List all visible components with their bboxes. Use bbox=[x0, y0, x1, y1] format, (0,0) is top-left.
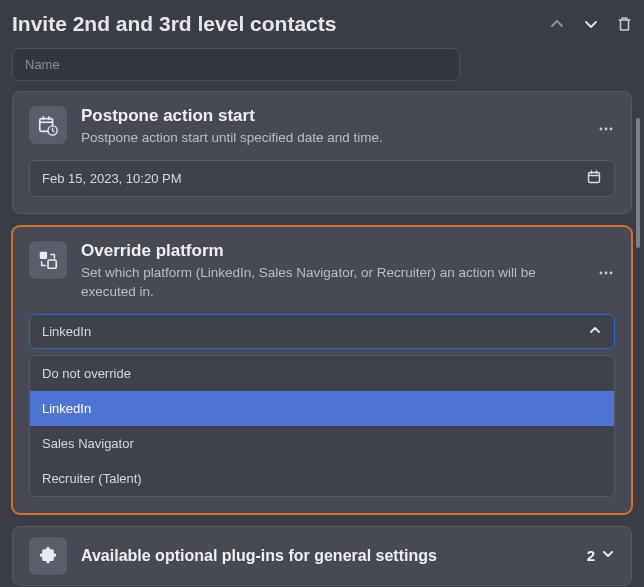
scrollbar[interactable] bbox=[636, 118, 640, 248]
name-input[interactable] bbox=[12, 48, 460, 81]
option-do-not-override[interactable]: Do not override bbox=[30, 356, 614, 391]
chevron-down-icon bbox=[601, 547, 615, 564]
svg-rect-8 bbox=[589, 172, 600, 182]
plugins-title: Available optional plug-ins for general … bbox=[81, 547, 573, 565]
expand-down-icon[interactable] bbox=[583, 16, 599, 32]
page-title: Invite 2nd and 3rd level contacts bbox=[12, 12, 336, 36]
trash-icon[interactable] bbox=[617, 16, 632, 32]
override-platform-card: Override platform Set which platform (Li… bbox=[12, 226, 632, 514]
option-linkedin[interactable]: LinkedIn bbox=[30, 391, 614, 426]
override-description: Set which platform (LinkedIn, Sales Navi… bbox=[81, 264, 583, 302]
platform-select[interactable]: LinkedIn bbox=[29, 314, 615, 349]
postpone-card: Postpone action start Postpone action st… bbox=[12, 91, 632, 214]
collapse-up-icon[interactable] bbox=[549, 16, 565, 32]
postpone-title: Postpone action start bbox=[81, 106, 583, 126]
calendar-icon bbox=[586, 169, 602, 188]
svg-point-15 bbox=[605, 272, 608, 275]
option-sales-navigator[interactable]: Sales Navigator bbox=[30, 426, 614, 461]
plugins-count: 2 bbox=[587, 547, 595, 564]
override-title: Override platform bbox=[81, 241, 583, 261]
svg-rect-13 bbox=[48, 260, 56, 268]
postpone-description: Postpone action start until specified da… bbox=[81, 129, 583, 148]
svg-point-14 bbox=[600, 272, 603, 275]
platform-select-value: LinkedIn bbox=[42, 324, 91, 339]
postpone-datetime-field[interactable]: Feb 15, 2023, 10:20 PM bbox=[29, 160, 615, 197]
svg-rect-12 bbox=[40, 252, 47, 259]
postpone-datetime-value: Feb 15, 2023, 10:20 PM bbox=[42, 171, 181, 186]
calendar-clock-icon bbox=[29, 106, 67, 144]
plugins-card[interactable]: Available optional plug-ins for general … bbox=[12, 526, 632, 586]
platform-dropdown: Do not override LinkedIn Sales Navigator… bbox=[29, 355, 615, 497]
platform-switch-icon bbox=[29, 241, 67, 279]
option-recruiter-talent[interactable]: Recruiter (Talent) bbox=[30, 461, 614, 496]
svg-point-5 bbox=[600, 128, 603, 131]
postpone-actions-menu[interactable] bbox=[597, 106, 615, 148]
override-actions-menu[interactable] bbox=[597, 241, 615, 302]
svg-point-7 bbox=[610, 128, 613, 131]
chevron-up-icon bbox=[588, 323, 602, 340]
puzzle-icon bbox=[29, 537, 67, 575]
svg-point-6 bbox=[605, 128, 608, 131]
svg-point-16 bbox=[610, 272, 613, 275]
